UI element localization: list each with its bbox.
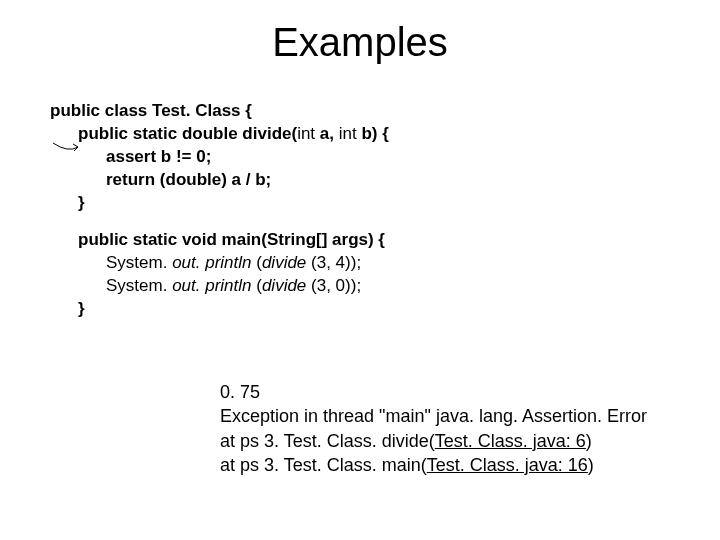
output-line: at ps 3. Test. Class. divide(Test. Class… <box>220 429 647 453</box>
code-line: System. out. println (divide (3, 4)); <box>50 252 670 275</box>
code-line: } <box>50 298 670 321</box>
code-text: System. <box>106 276 172 295</box>
code-block: public class Test. Class { public static… <box>50 100 670 320</box>
output-text: at ps 3. Test. Class. divide( <box>220 431 435 451</box>
output-text: ) <box>588 455 594 475</box>
output-link-text: Test. Class. java: 6 <box>435 431 586 451</box>
output-text: at ps 3. Test. Class. main( <box>220 455 427 475</box>
code-text: (3, 4)); <box>311 253 361 272</box>
output-line: at ps 3. Test. Class. main(Test. Class. … <box>220 453 647 477</box>
code-line: } <box>50 192 670 215</box>
code-text: (3, 0)); <box>311 276 361 295</box>
code-line: return (double) a / b; <box>50 169 670 192</box>
code-text: ( <box>252 253 262 272</box>
output-line: 0. 75 <box>220 380 647 404</box>
code-text: public static double divide( <box>78 124 297 143</box>
code-text: int <box>297 124 315 143</box>
code-text: ( <box>252 276 262 295</box>
code-text: b) { <box>357 124 389 143</box>
slide: Examples public class Test. Class { publ… <box>0 0 720 540</box>
code-text: divide <box>262 253 311 272</box>
output-line: Exception in thread "main" java. lang. A… <box>220 404 647 428</box>
code-line: public class Test. Class { <box>50 100 670 123</box>
code-line: System. out. println (divide (3, 0)); <box>50 275 670 298</box>
code-text: out. println <box>172 276 251 295</box>
output-link-text: Test. Class. java: 16 <box>427 455 588 475</box>
code-text: a, <box>315 124 339 143</box>
output-block: 0. 75 Exception in thread "main" java. l… <box>220 380 647 477</box>
code-text: System. <box>106 253 172 272</box>
code-text: divide <box>262 276 311 295</box>
code-text: out. println <box>172 253 251 272</box>
blank-line <box>50 215 670 229</box>
code-text: int <box>339 124 357 143</box>
code-line: public static void main(String[] args) { <box>50 229 670 252</box>
code-line: public static double divide(int a, int b… <box>50 123 670 146</box>
output-text: ) <box>586 431 592 451</box>
page-title: Examples <box>0 20 720 65</box>
code-line: assert b != 0; <box>50 146 670 169</box>
